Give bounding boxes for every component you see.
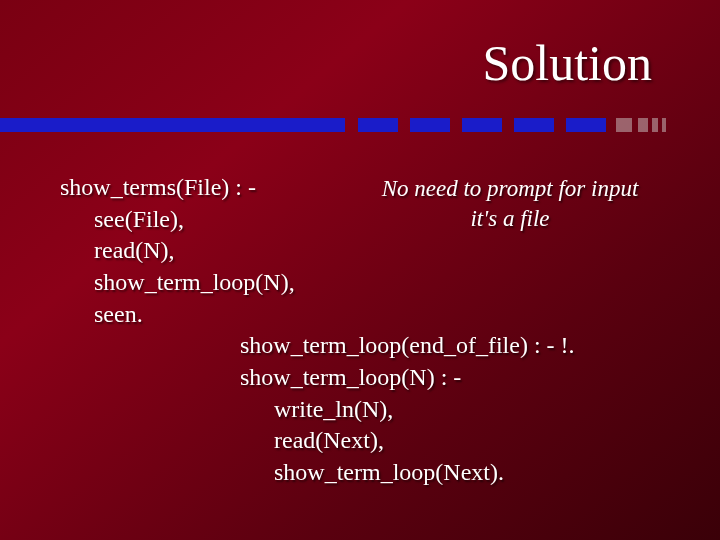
code-line: show_terms(File) : - — [60, 172, 670, 204]
code-line: see(File), — [94, 204, 670, 236]
bar-segment — [638, 118, 648, 132]
bar-segment — [410, 118, 450, 132]
bar-segment — [358, 118, 398, 132]
code-line: write_ln(N), — [274, 394, 670, 426]
bar-segment — [514, 118, 554, 132]
bar-segment — [652, 118, 658, 132]
code-line: show_term_loop(N), — [94, 267, 670, 299]
code-line: show_term_loop(end_of_file) : - !. — [240, 330, 670, 362]
code-line: show_term_loop(N) : - — [240, 362, 670, 394]
bar-segment — [0, 118, 345, 132]
code-block: show_terms(File) : - see(File), read(N),… — [60, 172, 670, 489]
bar-segment — [462, 118, 502, 132]
slide-title: Solution — [483, 34, 652, 92]
bar-segment — [566, 118, 606, 132]
code-line: read(N), — [94, 235, 670, 267]
code-line: seen. — [94, 299, 670, 331]
decorative-bar — [0, 112, 720, 138]
bar-segment — [616, 118, 632, 132]
code-line: read(Next), — [274, 425, 670, 457]
code-line: show_term_loop(Next). — [274, 457, 670, 489]
bar-segment — [662, 118, 666, 132]
